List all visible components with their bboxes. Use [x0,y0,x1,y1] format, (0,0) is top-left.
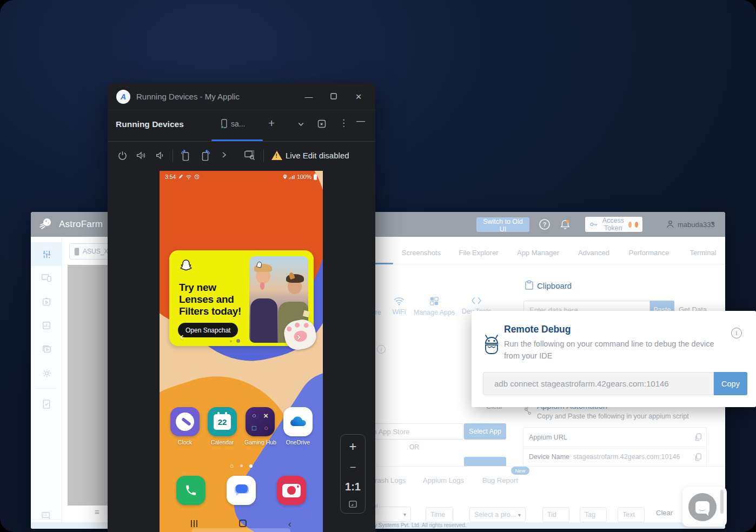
select-app-button[interactable]: Select App [464,423,506,440]
device-tab-samsung[interactable]: sa... [221,119,245,128]
wifi-icon [393,296,405,305]
tab-file-explorer[interactable]: File Explorer [459,249,499,257]
tag-filter-input[interactable] [580,507,607,522]
zoom-out-button[interactable]: − [350,462,356,473]
tab-performance[interactable]: Performance [629,249,669,257]
switch-old-ui-button[interactable]: Switch to Old UI [476,217,529,232]
zoom-in-button[interactable]: + [349,440,356,453]
process-select-placeholder: Select a pro... [474,511,516,518]
sidebar-item-device-check[interactable] [31,392,62,416]
carousel-prev-icon[interactable]: ‹ [180,330,184,343]
text-filter-input[interactable] [618,507,645,522]
access-token-button[interactable]: Access Token [585,217,642,232]
carousel-dot [230,340,232,342]
scrollbar-thumb[interactable] [720,490,724,514]
window-title: Running Devices - My Applic [136,92,296,101]
chevron-down-icon[interactable] [297,120,305,128]
expand-panel-icon[interactable] [317,119,326,128]
sidebar-item-analytics[interactable] [31,314,62,337]
app-label: Calendar [207,439,238,445]
dock-phone[interactable] [175,476,207,505]
wifi-status-icon [185,175,192,179]
screenshot-canvas: AstroFarm Switch to Old UI ? Access Toke… [0,0,756,532]
time-filter-input[interactable] [426,507,453,522]
sidebar-item-recordings[interactable] [31,337,62,361]
username[interactable]: mabuda333 [678,221,715,229]
sidebar-item-settings[interactable] [31,361,62,385]
copy-icon[interactable] [694,453,702,461]
snapchat-widget[interactable]: ⚙ Try new Lenses and Filters today! Open… [169,250,314,346]
tab-bug-report[interactable]: Bug Report [482,476,518,484]
fit-screen-button[interactable] [349,501,357,508]
info-icon[interactable]: i [377,345,386,354]
rotate-right-icon[interactable] [200,149,211,162]
volume-up-icon[interactable] [136,150,147,161]
hide-panel-icon[interactable]: — [356,116,365,126]
back-nav-icon[interactable]: ‹ [288,520,291,527]
tab-app-manager[interactable]: App Manager [517,249,559,257]
phone-tab-icon [221,119,227,128]
app-label: OneDrive [282,439,314,445]
kebab-menu-icon[interactable]: ⋮ [339,117,348,129]
tid-filter-input[interactable] [542,507,569,522]
onedrive-app-icon [283,407,313,436]
copy-icon[interactable] [694,433,702,441]
home-nav-icon[interactable] [239,520,247,527]
remote-debug-popup: Remote Debug Run the following on your c… [472,311,756,407]
power-icon[interactable] [117,150,128,161]
info-icon[interactable]: i [731,328,742,338]
dock-camera[interactable] [276,476,307,505]
mirrored-phone-screen[interactable]: 3:54 100% ⚙ Try new Lenses and [160,171,323,532]
signal-icon [289,175,295,179]
close-button[interactable]: × [346,91,371,103]
maximize-button[interactable] [321,92,346,101]
tab-screenshots[interactable]: Screenshots [402,249,441,257]
or-divider: OR [409,443,419,451]
process-select[interactable]: Select a pro... ▾ [469,507,526,522]
copy-button[interactable]: Copy [714,372,747,395]
open-snapchat-button[interactable]: Open Snapchat [178,323,238,337]
actual-size-button[interactable]: 1:1 [345,481,361,492]
app-calendar[interactable]: 22 Calendar [207,407,238,445]
chevron-right-icon[interactable] [220,151,228,159]
page-dot[interactable] [240,464,243,467]
quick-action-manage-apps[interactable]: Manage Apps [410,296,459,316]
tab-terminal[interactable]: Terminal [689,249,716,257]
gaming-hub-app-icon: ○ × □ ○ [246,407,275,436]
volume-down-icon[interactable] [155,150,165,161]
menu-burger-icon[interactable]: ≡ [95,507,100,516]
carousel-next-icon[interactable]: › [297,330,301,343]
app-gaming-hub[interactable]: ○ × □ ○ Gaming Hub [244,407,276,445]
user-caret-icon[interactable]: ▾ [711,220,714,227]
chat-launcher-button[interactable] [688,493,717,521]
home-page-icon[interactable]: ⌂ [230,463,234,469]
sidebar-item-devices[interactable] [31,266,62,290]
help-icon[interactable]: ? [539,218,551,230]
tab-advanced[interactable]: Advanced [578,249,609,257]
rotate-left-icon[interactable] [180,149,191,162]
minimize-button[interactable]: — [296,92,321,101]
add-tab-icon[interactable]: + [268,117,275,130]
live-edit-status[interactable]: Live Edit disabled [286,151,349,160]
calendar-app-icon: 22 [208,407,237,436]
dock-messages[interactable] [226,476,257,505]
notification-bell-icon[interactable] [559,218,571,230]
sidebar-item-device-controls[interactable] [31,242,62,266]
access-token-label: Access Token [601,217,625,232]
tab-appium-logs[interactable]: Appium Logs [423,476,464,484]
app-clock[interactable]: Clock [169,407,201,445]
page-dot-active[interactable] [249,464,253,468]
adb-command-field[interactable]: adb connect stageastrofarm.42gears.com:1… [483,372,714,395]
app-onedrive[interactable]: OneDrive [282,407,314,445]
sidebar-item-app-install[interactable] [31,290,62,314]
pen-status-icon [178,174,183,179]
location-icon [283,174,287,179]
recents-nav-icon[interactable] [191,520,197,527]
battery-percent: 100% [297,174,311,180]
support-chat-panel [682,487,727,527]
filters-clear-link[interactable]: Clear [656,509,673,517]
device-name-label: Device Name [523,453,573,461]
android-nav-bar: ‹ [160,520,323,527]
screenshot-icon[interactable] [244,150,255,161]
studio-titlebar[interactable]: A Running Devices - My Applic — × [108,83,375,110]
